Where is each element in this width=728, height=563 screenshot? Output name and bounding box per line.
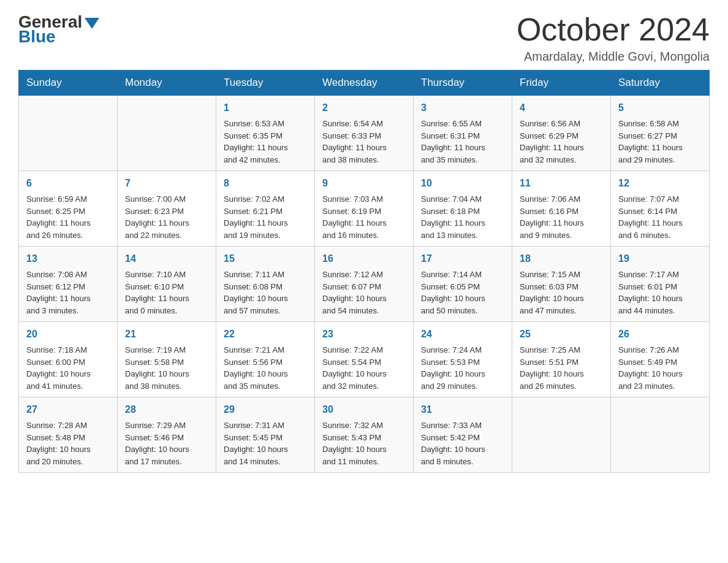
calendar-week-row: 1Sunrise: 6:53 AMSunset: 6:35 PMDaylight… bbox=[19, 96, 710, 171]
calendar-header-row: SundayMondayTuesdayWednesdayThursdayFrid… bbox=[19, 71, 710, 96]
day-info: Sunrise: 7:00 AMSunset: 6:23 PMDaylight:… bbox=[125, 193, 208, 241]
calendar-cell bbox=[118, 96, 216, 171]
day-info: Sunrise: 6:56 AMSunset: 6:29 PMDaylight:… bbox=[520, 118, 603, 166]
calendar-cell: 7Sunrise: 7:00 AMSunset: 6:23 PMDaylight… bbox=[118, 171, 216, 247]
calendar-cell: 12Sunrise: 7:07 AMSunset: 6:14 PMDayligh… bbox=[611, 171, 710, 247]
calendar-cell: 19Sunrise: 7:17 AMSunset: 6:01 PMDayligh… bbox=[611, 247, 710, 322]
day-number: 16 bbox=[322, 251, 406, 266]
day-number: 12 bbox=[618, 176, 702, 191]
logo-blue-text: Blue bbox=[18, 27, 56, 47]
day-number: 8 bbox=[224, 176, 307, 191]
day-number: 24 bbox=[421, 327, 504, 342]
day-number: 6 bbox=[26, 176, 110, 191]
calendar-cell bbox=[512, 397, 611, 473]
calendar-cell: 3Sunrise: 6:55 AMSunset: 6:31 PMDaylight… bbox=[414, 96, 512, 171]
day-number: 29 bbox=[224, 402, 307, 417]
calendar-cell: 4Sunrise: 6:56 AMSunset: 6:29 PMDaylight… bbox=[512, 96, 611, 171]
day-info: Sunrise: 6:53 AMSunset: 6:35 PMDaylight:… bbox=[224, 118, 307, 166]
calendar-cell: 2Sunrise: 6:54 AMSunset: 6:33 PMDaylight… bbox=[315, 96, 414, 171]
day-number: 23 bbox=[322, 327, 406, 342]
calendar-cell: 26Sunrise: 7:26 AMSunset: 5:49 PMDayligh… bbox=[611, 322, 710, 397]
day-number: 28 bbox=[125, 402, 208, 417]
weekday-header-thursday: Thursday bbox=[414, 71, 512, 96]
calendar-cell: 23Sunrise: 7:22 AMSunset: 5:54 PMDayligh… bbox=[315, 322, 414, 397]
month-title: October 2024 bbox=[517, 12, 710, 47]
calendar-cell bbox=[611, 397, 710, 473]
day-info: Sunrise: 6:59 AMSunset: 6:25 PMDaylight:… bbox=[26, 193, 110, 241]
weekday-header-wednesday: Wednesday bbox=[315, 71, 414, 96]
day-number: 14 bbox=[125, 251, 208, 266]
day-number: 17 bbox=[421, 251, 504, 266]
calendar-cell bbox=[19, 96, 118, 171]
calendar-cell: 1Sunrise: 6:53 AMSunset: 6:35 PMDaylight… bbox=[216, 96, 315, 171]
weekday-header-friday: Friday bbox=[512, 71, 611, 96]
day-info: Sunrise: 7:21 AMSunset: 5:56 PMDaylight:… bbox=[224, 344, 307, 392]
day-number: 15 bbox=[224, 251, 307, 266]
calendar-cell: 11Sunrise: 7:06 AMSunset: 6:16 PMDayligh… bbox=[512, 171, 611, 247]
day-number: 19 bbox=[618, 251, 702, 266]
calendar-cell: 25Sunrise: 7:25 AMSunset: 5:51 PMDayligh… bbox=[512, 322, 611, 397]
calendar-cell: 14Sunrise: 7:10 AMSunset: 6:10 PMDayligh… bbox=[118, 247, 216, 322]
day-number: 18 bbox=[520, 251, 603, 266]
calendar-week-row: 20Sunrise: 7:18 AMSunset: 6:00 PMDayligh… bbox=[19, 322, 710, 397]
calendar-cell: 5Sunrise: 6:58 AMSunset: 6:27 PMDaylight… bbox=[611, 96, 710, 171]
day-number: 3 bbox=[421, 101, 504, 115]
weekday-header-monday: Monday bbox=[118, 71, 216, 96]
day-info: Sunrise: 7:28 AMSunset: 5:48 PMDaylight:… bbox=[26, 419, 110, 467]
calendar-cell: 8Sunrise: 7:02 AMSunset: 6:21 PMDaylight… bbox=[216, 171, 315, 247]
logo: General Blue bbox=[18, 12, 99, 47]
day-number: 26 bbox=[618, 327, 702, 342]
day-number: 25 bbox=[520, 327, 603, 342]
logo-triangle-icon bbox=[85, 18, 99, 29]
day-info: Sunrise: 7:24 AMSunset: 5:53 PMDaylight:… bbox=[421, 344, 504, 392]
weekday-header-saturday: Saturday bbox=[611, 71, 710, 96]
day-number: 4 bbox=[520, 101, 603, 115]
calendar-cell: 9Sunrise: 7:03 AMSunset: 6:19 PMDaylight… bbox=[315, 171, 414, 247]
title-section: October 2024 Amardalay, Middle Govi, Mon… bbox=[517, 12, 710, 64]
calendar-week-row: 13Sunrise: 7:08 AMSunset: 6:12 PMDayligh… bbox=[19, 247, 710, 322]
calendar-cell: 22Sunrise: 7:21 AMSunset: 5:56 PMDayligh… bbox=[216, 322, 315, 397]
weekday-header-tuesday: Tuesday bbox=[216, 71, 315, 96]
page-header: General Blue October 2024 Amardalay, Mid… bbox=[18, 12, 710, 64]
weekday-header-sunday: Sunday bbox=[19, 71, 118, 96]
day-info: Sunrise: 7:15 AMSunset: 6:03 PMDaylight:… bbox=[520, 269, 603, 316]
day-info: Sunrise: 7:33 AMSunset: 5:42 PMDaylight:… bbox=[421, 419, 504, 467]
calendar-week-row: 27Sunrise: 7:28 AMSunset: 5:48 PMDayligh… bbox=[19, 397, 710, 473]
day-number: 9 bbox=[322, 176, 406, 191]
day-info: Sunrise: 7:07 AMSunset: 6:14 PMDaylight:… bbox=[618, 193, 702, 241]
day-info: Sunrise: 7:04 AMSunset: 6:18 PMDaylight:… bbox=[421, 193, 504, 241]
calendar-cell: 31Sunrise: 7:33 AMSunset: 5:42 PMDayligh… bbox=[414, 397, 512, 473]
calendar-cell: 29Sunrise: 7:31 AMSunset: 5:45 PMDayligh… bbox=[216, 397, 315, 473]
calendar-cell: 10Sunrise: 7:04 AMSunset: 6:18 PMDayligh… bbox=[414, 171, 512, 247]
calendar-cell: 6Sunrise: 6:59 AMSunset: 6:25 PMDaylight… bbox=[19, 171, 118, 247]
calendar-cell: 20Sunrise: 7:18 AMSunset: 6:00 PMDayligh… bbox=[19, 322, 118, 397]
day-info: Sunrise: 7:18 AMSunset: 6:00 PMDaylight:… bbox=[26, 344, 110, 392]
day-info: Sunrise: 7:25 AMSunset: 5:51 PMDaylight:… bbox=[520, 344, 603, 392]
day-number: 1 bbox=[224, 101, 307, 115]
day-info: Sunrise: 7:08 AMSunset: 6:12 PMDaylight:… bbox=[26, 269, 110, 316]
day-info: Sunrise: 7:29 AMSunset: 5:46 PMDaylight:… bbox=[125, 419, 208, 467]
day-number: 30 bbox=[322, 402, 406, 417]
calendar-cell: 15Sunrise: 7:11 AMSunset: 6:08 PMDayligh… bbox=[216, 247, 315, 322]
day-info: Sunrise: 7:02 AMSunset: 6:21 PMDaylight:… bbox=[224, 193, 307, 241]
calendar-cell: 16Sunrise: 7:12 AMSunset: 6:07 PMDayligh… bbox=[315, 247, 414, 322]
calendar-cell: 24Sunrise: 7:24 AMSunset: 5:53 PMDayligh… bbox=[414, 322, 512, 397]
day-info: Sunrise: 7:10 AMSunset: 6:10 PMDaylight:… bbox=[125, 269, 208, 316]
calendar-cell: 21Sunrise: 7:19 AMSunset: 5:58 PMDayligh… bbox=[118, 322, 216, 397]
day-info: Sunrise: 7:03 AMSunset: 6:19 PMDaylight:… bbox=[322, 193, 406, 241]
calendar-cell: 13Sunrise: 7:08 AMSunset: 6:12 PMDayligh… bbox=[19, 247, 118, 322]
calendar-cell: 17Sunrise: 7:14 AMSunset: 6:05 PMDayligh… bbox=[414, 247, 512, 322]
day-info: Sunrise: 7:32 AMSunset: 5:43 PMDaylight:… bbox=[322, 419, 406, 467]
day-info: Sunrise: 6:54 AMSunset: 6:33 PMDaylight:… bbox=[322, 118, 406, 166]
day-info: Sunrise: 6:58 AMSunset: 6:27 PMDaylight:… bbox=[618, 118, 702, 166]
location-text: Amardalay, Middle Govi, Mongolia bbox=[517, 50, 710, 64]
day-info: Sunrise: 7:22 AMSunset: 5:54 PMDaylight:… bbox=[322, 344, 406, 392]
calendar-cell: 30Sunrise: 7:32 AMSunset: 5:43 PMDayligh… bbox=[315, 397, 414, 473]
day-number: 21 bbox=[125, 327, 208, 342]
day-info: Sunrise: 7:12 AMSunset: 6:07 PMDaylight:… bbox=[322, 269, 406, 316]
day-info: Sunrise: 7:19 AMSunset: 5:58 PMDaylight:… bbox=[125, 344, 208, 392]
day-number: 20 bbox=[26, 327, 110, 342]
day-info: Sunrise: 7:11 AMSunset: 6:08 PMDaylight:… bbox=[224, 269, 307, 316]
calendar-table: SundayMondayTuesdayWednesdayThursdayFrid… bbox=[18, 70, 710, 473]
day-number: 5 bbox=[618, 101, 702, 115]
